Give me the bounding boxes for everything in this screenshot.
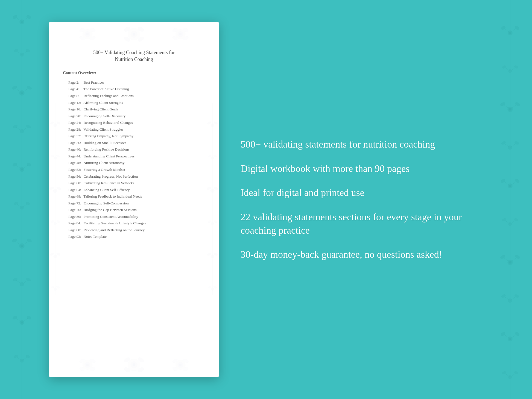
svg-point-159	[211, 189, 214, 193]
svg-point-141	[49, 186, 54, 190]
doc-pattern-side-left	[49, 103, 62, 296]
toc-item: Page 84: Facilitating Sustainable Lifest…	[63, 220, 205, 227]
svg-point-27	[12, 162, 17, 167]
svg-point-84	[515, 179, 520, 183]
svg-line-108	[505, 374, 510, 377]
svg-point-167	[214, 252, 218, 256]
document-panel: 500+ Validating Coaching Statements for …	[49, 22, 219, 377]
svg-point-155	[214, 121, 218, 125]
svg-line-109	[510, 374, 515, 377]
svg-point-168	[211, 288, 214, 291]
toc-item: Page 48: Nurturing Client Autonomy	[63, 160, 205, 166]
svg-point-162	[211, 222, 214, 225]
toc-item: Page 12: Affirming Client Strengths	[63, 99, 205, 106]
svg-point-150	[51, 286, 54, 289]
svg-point-146	[54, 255, 57, 258]
svg-point-135	[50, 121, 54, 125]
svg-point-149	[54, 288, 57, 291]
feature-text: Ideal for digital and printed use	[241, 186, 483, 200]
svg-point-142	[56, 186, 61, 190]
svg-line-31	[22, 204, 27, 208]
toc-list: Page 2: Best PracticesPage 4: The Power …	[63, 79, 205, 240]
toc-item: Page 24: Recognizing Behavioral Changes	[63, 119, 205, 126]
svg-point-49	[12, 315, 17, 320]
toc-item: Page 16: Clarifying Client Goals	[63, 106, 205, 113]
svg-line-53	[22, 357, 27, 361]
svg-point-140	[53, 189, 57, 193]
svg-point-143	[54, 222, 57, 225]
svg-point-151	[56, 286, 60, 289]
svg-point-83	[501, 179, 506, 183]
svg-point-136	[56, 121, 61, 125]
svg-point-114	[86, 33, 89, 35]
svg-point-145	[56, 220, 60, 223]
svg-point-180	[133, 363, 135, 366]
svg-line-87	[510, 221, 515, 224]
svg-point-165	[211, 255, 214, 258]
toc-item: Page 76: Bridging the Gap Between Sessio…	[63, 207, 205, 213]
text-panel: 500+ validating statements for nutrition…	[235, 138, 483, 261]
svg-point-17	[27, 85, 32, 90]
toc-item: Page 60: Cultivating Resilience in Setba…	[63, 180, 205, 187]
svg-point-5	[13, 15, 18, 19]
content-overview-label: Content Overview:	[63, 71, 96, 75]
svg-point-148	[56, 252, 61, 256]
svg-point-138	[51, 154, 54, 157]
svg-line-30	[17, 204, 22, 208]
svg-point-121	[133, 33, 135, 36]
svg-point-106	[515, 332, 520, 336]
svg-point-169	[208, 286, 212, 289]
toc-item: Page 56: Celebrating Progress, Not Perfe…	[63, 173, 205, 180]
svg-point-139	[56, 154, 60, 157]
doc-pattern-bottom	[49, 353, 219, 377]
svg-point-160	[206, 186, 211, 190]
toc-item: Page 80: Promoting Consistent Accountabi…	[63, 213, 205, 220]
document-title: 500+ Validating Coaching Statements for …	[93, 49, 175, 63]
svg-point-50	[27, 315, 32, 320]
svg-point-6	[26, 15, 31, 19]
doc-pattern-side-right	[206, 103, 219, 296]
toc-item: Page 64: Enhancing Client Self-Efficacy	[63, 186, 205, 193]
toc-item: Page 44: Understanding Client Perspectiv…	[63, 153, 205, 160]
floral-decoration-right	[488, 0, 532, 399]
feature-text: 22 validating statements sections for ev…	[241, 210, 483, 237]
toc-item: Page 2: Best Practices	[63, 79, 205, 86]
toc-item: Page 28: Validating Client Struggles	[63, 126, 205, 133]
svg-line-52	[17, 357, 22, 361]
svg-point-147	[50, 252, 54, 256]
toc-item: Page 52: Fostering a Growth Mindset	[63, 166, 205, 173]
feature-text: 500+ validating statements for nutrition…	[241, 138, 483, 151]
svg-point-137	[54, 157, 57, 159]
svg-line-86	[505, 221, 510, 224]
toc-item: Page 92: Notes Template	[63, 233, 205, 240]
svg-point-16	[12, 85, 17, 90]
main-layout: 500+ Validating Coaching Statements for …	[0, 0, 532, 399]
svg-point-166	[207, 252, 211, 256]
svg-point-158	[213, 154, 217, 157]
svg-point-61	[501, 26, 506, 30]
svg-point-156	[211, 157, 214, 159]
toc-item: Page 88: Reviewing and Reflecting on the…	[63, 227, 205, 233]
svg-point-170	[213, 286, 217, 289]
toc-item: Page 4: The Power of Active Listening	[63, 86, 205, 93]
svg-point-164	[214, 220, 217, 223]
svg-point-28	[27, 162, 32, 167]
svg-point-161	[214, 186, 218, 190]
toc-item: Page 8: Reflecting Feelings and Emotions	[63, 92, 205, 99]
svg-point-134	[54, 124, 57, 127]
feature-text: Digital workbook with more than 90 pages	[241, 162, 483, 175]
toc-item: Page 68: Tailoring Feedback to Individua…	[63, 193, 205, 200]
svg-point-128	[179, 33, 182, 35]
svg-point-163	[207, 220, 211, 223]
svg-point-157	[208, 154, 212, 157]
svg-point-154	[207, 121, 211, 125]
svg-point-153	[211, 124, 214, 127]
svg-point-173	[86, 364, 89, 366]
feature-text: 30-day money-back guarantee, no question…	[241, 248, 483, 261]
svg-point-187	[179, 364, 182, 366]
toc-item: Page 36: Building on Small Successes	[63, 139, 205, 146]
doc-pattern-top	[49, 22, 219, 46]
toc-item: Page 32: Offering Empathy, Not Sympathy	[63, 133, 205, 140]
toc-item: Page 72: Encouraging Self-Compassion	[63, 200, 205, 207]
svg-point-144	[50, 220, 54, 223]
